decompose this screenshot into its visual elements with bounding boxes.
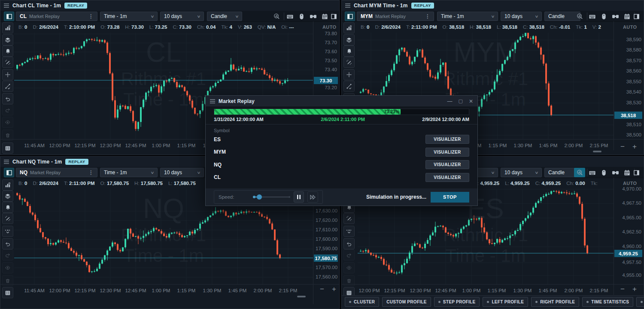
auto-scale-label[interactable]: AUTO bbox=[322, 24, 337, 30]
chart-bars-icon[interactable] bbox=[2, 179, 13, 191]
dropdown-time-1m[interactable]: Time - 1m∨ bbox=[100, 12, 158, 21]
scrollbar-thumb[interactable] bbox=[593, 151, 601, 152]
crosshair-icon[interactable] bbox=[343, 69, 355, 80]
slider-thumb[interactable] bbox=[257, 194, 262, 200]
zoom-in-icon[interactable]: + bbox=[632, 285, 637, 294]
panel-right-icon[interactable] bbox=[328, 12, 339, 21]
zoom-out-icon[interactable]: − bbox=[620, 285, 625, 294]
undo-icon[interactable] bbox=[2, 93, 13, 104]
zoom-in-icon[interactable]: + bbox=[632, 142, 637, 151]
draw-icon[interactable] bbox=[343, 57, 355, 68]
toolbar-button-cluster[interactable]: CLUSTER bbox=[345, 297, 379, 307]
mouse-icon[interactable] bbox=[598, 12, 609, 21]
undo-icon[interactable] bbox=[2, 238, 13, 249]
toolbar-button-custom-profile[interactable]: CUSTOM PROFILE bbox=[382, 297, 431, 307]
menu-icon[interactable] bbox=[4, 3, 9, 8]
chart-lens-icon[interactable] bbox=[271, 12, 282, 21]
dropdown-10-days[interactable]: 10 days∨ bbox=[160, 12, 204, 21]
object-list-icon[interactable] bbox=[2, 142, 13, 154]
redo-icon[interactable] bbox=[2, 104, 13, 115]
keyboard-icon[interactable] bbox=[285, 12, 295, 21]
menu-icon[interactable] bbox=[4, 160, 9, 164]
panel-right-icon[interactable] bbox=[631, 168, 641, 177]
zoom-out-icon[interactable]: − bbox=[320, 285, 324, 294]
redo-icon[interactable] bbox=[343, 249, 355, 261]
chart-tile-icon[interactable] bbox=[4, 12, 14, 21]
chart-tile-icon[interactable] bbox=[4, 168, 14, 177]
measure-icon[interactable] bbox=[2, 81, 13, 92]
toolbar-button-left-profile[interactable]: LEFT PROFILE bbox=[483, 297, 528, 307]
chart-tile-icon[interactable] bbox=[345, 12, 355, 21]
binoculars-icon[interactable] bbox=[610, 168, 620, 177]
eye-icon[interactable] bbox=[343, 262, 355, 273]
auto-scale-label[interactable]: AUTO bbox=[623, 24, 637, 30]
draw-icon[interactable] bbox=[343, 213, 355, 224]
bell-icon[interactable] bbox=[2, 45, 13, 57]
fast-forward-button[interactable] bbox=[307, 191, 318, 203]
draw-icon[interactable] bbox=[2, 57, 13, 68]
trash-icon[interactable] bbox=[343, 275, 355, 286]
panel-right-icon[interactable] bbox=[631, 12, 641, 21]
keyboard-icon[interactable] bbox=[587, 12, 597, 21]
more-options-icon[interactable]: ⋮ bbox=[88, 170, 94, 176]
dropdown-time-1m[interactable]: Time - 1m∨ bbox=[437, 12, 498, 21]
visualizer-button[interactable]: VISUALIZER bbox=[425, 160, 469, 169]
keyboard-icon[interactable] bbox=[587, 168, 597, 177]
auto-scale-label[interactable]: AUTO bbox=[623, 181, 637, 186]
chart-bars-icon[interactable] bbox=[343, 22, 355, 33]
more-options-icon[interactable]: ⋮ bbox=[425, 13, 430, 19]
chart-lens-icon[interactable] bbox=[574, 12, 585, 21]
dropdown-10-days[interactable]: 10 days∨ bbox=[160, 168, 204, 177]
layers-icon[interactable] bbox=[2, 191, 13, 202]
chart-bars-icon[interactable] bbox=[2, 22, 13, 33]
bell-icon[interactable] bbox=[343, 45, 355, 57]
dropdown-10-days[interactable]: 10 days∨ bbox=[501, 12, 542, 21]
symbol-selector[interactable]: MYMMarket Replay⋮ bbox=[357, 12, 434, 21]
symbol-selector[interactable]: NQMarket Replay⋮ bbox=[16, 168, 97, 177]
dropdown-10-days[interactable]: 10 days∨ bbox=[501, 168, 542, 177]
eye-icon[interactable] bbox=[2, 117, 13, 128]
toolbar-button-time-h[interactable]: TIME H bbox=[636, 297, 644, 307]
undo-icon[interactable] bbox=[343, 238, 355, 249]
dropdown-time-1m[interactable]: Time - 1m∨ bbox=[100, 168, 158, 177]
menu-icon[interactable] bbox=[210, 99, 215, 103]
toolbar-button-right-profile[interactable]: RIGHT PROFILE bbox=[531, 297, 579, 307]
scrollbar-thumb[interactable] bbox=[297, 296, 306, 297]
binoculars-icon[interactable] bbox=[308, 12, 318, 21]
chart-lens-icon[interactable] bbox=[574, 168, 585, 177]
stop-button[interactable]: STOP bbox=[431, 192, 469, 203]
more-options-icon[interactable]: ⋮ bbox=[88, 13, 94, 19]
zoom-in-icon[interactable]: + bbox=[332, 285, 336, 294]
visualizer-button[interactable]: VISUALIZER bbox=[425, 135, 469, 144]
layers-icon[interactable] bbox=[343, 34, 355, 45]
calendar-icon[interactable] bbox=[622, 12, 632, 21]
toolbar-button-step-profile[interactable]: STEP PROFILE bbox=[434, 297, 480, 307]
mouse-icon[interactable] bbox=[598, 168, 609, 177]
object-list-icon[interactable] bbox=[2, 287, 13, 298]
measure-icon[interactable] bbox=[343, 81, 355, 92]
draw-icon[interactable] bbox=[2, 213, 13, 224]
collapse-icon[interactable] bbox=[2, 226, 13, 237]
pause-button[interactable] bbox=[294, 191, 304, 203]
menu-icon[interactable] bbox=[345, 3, 350, 8]
maximize-icon[interactable]: ▢ bbox=[459, 98, 463, 104]
mouse-icon[interactable] bbox=[296, 12, 307, 21]
collapse-icon[interactable] bbox=[343, 226, 355, 237]
minimize-icon[interactable]: — bbox=[447, 98, 453, 104]
visualizer-button[interactable]: VISUALIZER bbox=[425, 148, 469, 157]
toolbar-button-time-statistics[interactable]: TIME STATISTICS bbox=[582, 297, 633, 307]
layers-icon[interactable] bbox=[2, 34, 13, 45]
eye-icon[interactable] bbox=[2, 262, 13, 273]
binoculars-icon[interactable] bbox=[610, 12, 620, 21]
visualizer-button[interactable]: VISUALIZER bbox=[425, 173, 469, 182]
symbol-selector[interactable]: CLMarket Replay⋮ bbox=[16, 12, 97, 21]
bell-icon[interactable] bbox=[2, 202, 13, 213]
redo-icon[interactable] bbox=[2, 249, 13, 261]
calendar-icon[interactable] bbox=[622, 168, 632, 177]
trash-icon[interactable] bbox=[2, 275, 13, 286]
speed-slider[interactable] bbox=[253, 194, 290, 200]
crosshair-icon[interactable] bbox=[2, 69, 13, 80]
dropdown-candle[interactable]: Candle∨ bbox=[207, 12, 242, 21]
close-icon[interactable]: ✕ bbox=[469, 98, 473, 104]
zoom-out-icon[interactable]: − bbox=[620, 142, 625, 151]
